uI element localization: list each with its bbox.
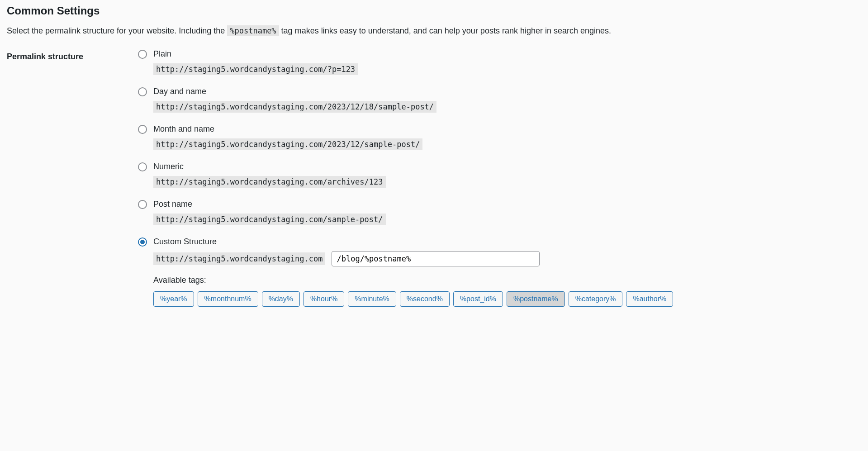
tag-monthnum[interactable]: %monthnum%: [198, 291, 258, 307]
tag-hour[interactable]: %hour%: [304, 291, 344, 307]
available-tags-label: Available tags:: [153, 275, 861, 285]
custom-structure-input[interactable]: [332, 251, 540, 266]
label-day-name[interactable]: Day and name: [153, 87, 206, 96]
tag-post-id[interactable]: %post_id%: [453, 291, 503, 307]
url-post-name: http://staging5.wordcandystaging.com/sam…: [153, 214, 386, 225]
url-plain: http://staging5.wordcandystaging.com/?p=…: [153, 63, 358, 75]
tag-author[interactable]: %author%: [626, 291, 673, 307]
radio-month-name[interactable]: [138, 125, 147, 134]
permalink-description: Select the permalink structure for your …: [7, 26, 861, 36]
label-numeric[interactable]: Numeric: [153, 162, 184, 171]
label-plain[interactable]: Plain: [153, 49, 171, 59]
label-custom-structure[interactable]: Custom Structure: [153, 237, 217, 247]
tag-category[interactable]: %category%: [569, 291, 623, 307]
label-month-name[interactable]: Month and name: [153, 124, 214, 134]
radio-day-name[interactable]: [138, 87, 147, 96]
tag-postname[interactable]: %postname%: [507, 291, 565, 307]
common-settings-heading: Common Settings: [7, 5, 861, 17]
radio-plain[interactable]: [138, 50, 147, 59]
tag-second[interactable]: %second%: [400, 291, 450, 307]
tag-day[interactable]: %day%: [262, 291, 300, 307]
url-month-name: http://staging5.wordcandystaging.com/202…: [153, 138, 422, 150]
label-post-name[interactable]: Post name: [153, 199, 192, 209]
tag-year[interactable]: %year%: [153, 291, 194, 307]
radio-post-name[interactable]: [138, 200, 147, 209]
permalink-structure-label: Permalink structure: [7, 49, 138, 323]
postname-tag-code: %postname%: [227, 25, 279, 36]
radio-numeric[interactable]: [138, 162, 147, 171]
tag-minute[interactable]: %minute%: [348, 291, 396, 307]
radio-custom-structure[interactable]: [138, 237, 147, 247]
url-numeric: http://staging5.wordcandystaging.com/arc…: [153, 176, 386, 188]
url-day-name: http://staging5.wordcandystaging.com/202…: [153, 101, 436, 113]
custom-url-prefix: http://staging5.wordcandystaging.com: [153, 252, 325, 265]
